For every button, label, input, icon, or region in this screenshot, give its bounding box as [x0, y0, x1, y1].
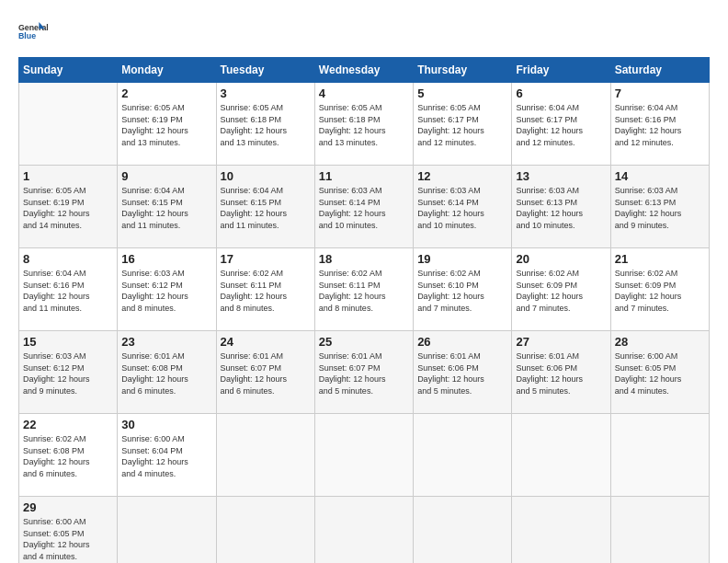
calendar-cell: [414, 414, 512, 497]
calendar-cell: [314, 414, 413, 497]
calendar-week-1: 2Sunrise: 6:05 AM Sunset: 6:19 PM Daylig…: [19, 83, 710, 166]
calendar-cell: 6Sunrise: 6:04 AM Sunset: 6:17 PM Daylig…: [512, 83, 610, 166]
calendar-cell: 20Sunrise: 6:02 AM Sunset: 6:09 PM Dayli…: [512, 248, 610, 331]
day-info: Sunrise: 6:04 AM Sunset: 6:16 PM Dayligh…: [615, 102, 705, 148]
page-header: GeneralBlue: [18, 18, 710, 48]
day-number: 21: [615, 252, 705, 266]
logo: GeneralBlue: [18, 18, 48, 48]
calendar-week-2: 1Sunrise: 6:05 AM Sunset: 6:19 PM Daylig…: [19, 166, 710, 248]
calendar-cell: 15Sunrise: 6:03 AM Sunset: 6:12 PM Dayli…: [19, 331, 118, 414]
calendar-cell: [414, 497, 512, 564]
day-info: Sunrise: 6:03 AM Sunset: 6:13 PM Dayligh…: [516, 185, 606, 231]
calendar-cell: 21Sunrise: 6:02 AM Sunset: 6:09 PM Dayli…: [610, 248, 709, 331]
day-number: 5: [417, 86, 507, 100]
day-number: 6: [516, 86, 606, 100]
day-info: Sunrise: 6:03 AM Sunset: 6:14 PM Dayligh…: [319, 185, 409, 231]
svg-text:Blue: Blue: [18, 31, 36, 40]
day-number: 8: [23, 252, 113, 266]
day-number: 20: [516, 252, 606, 266]
calendar-cell: 14Sunrise: 6:03 AM Sunset: 6:13 PM Dayli…: [610, 166, 709, 248]
day-info: Sunrise: 6:02 AM Sunset: 6:10 PM Dayligh…: [417, 268, 507, 314]
weekday-header-saturday: Saturday: [610, 58, 709, 83]
day-number: 24: [221, 335, 311, 349]
calendar-week-5: 22Sunrise: 6:02 AM Sunset: 6:08 PM Dayli…: [19, 414, 710, 497]
day-number: 17: [221, 252, 311, 266]
day-info: Sunrise: 6:05 AM Sunset: 6:17 PM Dayligh…: [417, 102, 507, 148]
calendar-cell: [314, 497, 413, 564]
day-info: Sunrise: 6:01 AM Sunset: 6:06 PM Dayligh…: [417, 350, 507, 396]
calendar-cell: 4Sunrise: 6:05 AM Sunset: 6:18 PM Daylig…: [314, 83, 413, 166]
day-info: Sunrise: 6:03 AM Sunset: 6:12 PM Dayligh…: [23, 350, 113, 396]
calendar-cell: 7Sunrise: 6:04 AM Sunset: 6:16 PM Daylig…: [610, 83, 709, 166]
day-number: 19: [417, 252, 507, 266]
calendar-cell: 2Sunrise: 6:05 AM Sunset: 6:19 PM Daylig…: [118, 83, 216, 166]
day-info: Sunrise: 6:03 AM Sunset: 6:14 PM Dayligh…: [417, 185, 507, 231]
day-number: 25: [319, 335, 409, 349]
day-info: Sunrise: 6:00 AM Sunset: 6:05 PM Dayligh…: [23, 516, 113, 562]
day-info: Sunrise: 6:02 AM Sunset: 6:11 PM Dayligh…: [221, 268, 311, 314]
calendar-cell: 25Sunrise: 6:01 AM Sunset: 6:07 PM Dayli…: [314, 331, 413, 414]
calendar-cell: 1Sunrise: 6:05 AM Sunset: 6:19 PM Daylig…: [19, 166, 118, 248]
day-number: 2: [121, 86, 211, 100]
logo-icon: GeneralBlue: [18, 18, 48, 48]
day-number: 16: [121, 252, 211, 266]
calendar-cell: [512, 497, 610, 564]
day-number: 28: [615, 335, 705, 349]
calendar-cell: 24Sunrise: 6:01 AM Sunset: 6:07 PM Dayli…: [216, 331, 314, 414]
calendar-cell: [216, 414, 314, 497]
day-number: 26: [417, 335, 507, 349]
calendar-table: SundayMondayTuesdayWednesdayThursdayFrid…: [18, 57, 710, 563]
day-info: Sunrise: 6:03 AM Sunset: 6:13 PM Dayligh…: [615, 185, 705, 231]
calendar-cell: 17Sunrise: 6:02 AM Sunset: 6:11 PM Dayli…: [216, 248, 314, 331]
day-info: Sunrise: 6:04 AM Sunset: 6:17 PM Dayligh…: [516, 102, 606, 148]
calendar-cell: 16Sunrise: 6:03 AM Sunset: 6:12 PM Dayli…: [118, 248, 216, 331]
calendar-cell: 18Sunrise: 6:02 AM Sunset: 6:11 PM Dayli…: [314, 248, 413, 331]
day-info: Sunrise: 6:02 AM Sunset: 6:09 PM Dayligh…: [516, 268, 606, 314]
weekday-header-friday: Friday: [512, 58, 610, 83]
day-info: Sunrise: 6:02 AM Sunset: 6:08 PM Dayligh…: [23, 433, 113, 479]
calendar-cell: 26Sunrise: 6:01 AM Sunset: 6:06 PM Dayli…: [414, 331, 512, 414]
calendar-cell: 12Sunrise: 6:03 AM Sunset: 6:14 PM Dayli…: [414, 166, 512, 248]
calendar-cell: [610, 497, 709, 564]
calendar-cell: 13Sunrise: 6:03 AM Sunset: 6:13 PM Dayli…: [512, 166, 610, 248]
calendar-cell: 23Sunrise: 6:01 AM Sunset: 6:08 PM Dayli…: [118, 331, 216, 414]
day-info: Sunrise: 6:04 AM Sunset: 6:15 PM Dayligh…: [221, 185, 311, 231]
day-number: 10: [221, 169, 311, 183]
day-info: Sunrise: 6:01 AM Sunset: 6:06 PM Dayligh…: [516, 350, 606, 396]
weekday-header-monday: Monday: [118, 58, 216, 83]
day-number: 15: [23, 335, 113, 349]
calendar-cell: 27Sunrise: 6:01 AM Sunset: 6:06 PM Dayli…: [512, 331, 610, 414]
day-info: Sunrise: 6:04 AM Sunset: 6:15 PM Dayligh…: [121, 185, 211, 231]
day-info: Sunrise: 6:04 AM Sunset: 6:16 PM Dayligh…: [23, 268, 113, 314]
calendar-cell: 19Sunrise: 6:02 AM Sunset: 6:10 PM Dayli…: [414, 248, 512, 331]
day-number: 11: [319, 169, 409, 183]
day-number: 4: [319, 86, 409, 100]
calendar-cell: 28Sunrise: 6:00 AM Sunset: 6:05 PM Dayli…: [610, 331, 709, 414]
calendar-cell: [512, 414, 610, 497]
calendar-cell: [118, 497, 216, 564]
calendar-cell: [19, 83, 118, 166]
calendar-cell: 9Sunrise: 6:04 AM Sunset: 6:15 PM Daylig…: [118, 166, 216, 248]
day-info: Sunrise: 6:01 AM Sunset: 6:08 PM Dayligh…: [121, 350, 211, 396]
calendar-cell: 10Sunrise: 6:04 AM Sunset: 6:15 PM Dayli…: [216, 166, 314, 248]
day-number: 23: [121, 335, 211, 349]
day-number: 3: [221, 86, 311, 100]
calendar-cell: 29Sunrise: 6:00 AM Sunset: 6:05 PM Dayli…: [19, 497, 118, 564]
weekday-header-sunday: Sunday: [19, 58, 118, 83]
day-number: 14: [615, 169, 705, 183]
day-info: Sunrise: 6:03 AM Sunset: 6:12 PM Dayligh…: [121, 268, 211, 314]
calendar-week-3: 8Sunrise: 6:04 AM Sunset: 6:16 PM Daylig…: [19, 248, 710, 331]
day-number: 12: [417, 169, 507, 183]
day-info: Sunrise: 6:05 AM Sunset: 6:18 PM Dayligh…: [221, 102, 311, 148]
calendar-header-row: SundayMondayTuesdayWednesdayThursdayFrid…: [19, 58, 710, 83]
day-number: 1: [23, 169, 113, 183]
calendar-cell: [610, 414, 709, 497]
day-info: Sunrise: 6:05 AM Sunset: 6:18 PM Dayligh…: [319, 102, 409, 148]
day-number: 18: [319, 252, 409, 266]
calendar-cell: 8Sunrise: 6:04 AM Sunset: 6:16 PM Daylig…: [19, 248, 118, 331]
calendar-cell: 3Sunrise: 6:05 AM Sunset: 6:18 PM Daylig…: [216, 83, 314, 166]
weekday-header-tuesday: Tuesday: [216, 58, 314, 83]
calendar-cell: 11Sunrise: 6:03 AM Sunset: 6:14 PM Dayli…: [314, 166, 413, 248]
calendar-week-6: 29Sunrise: 6:00 AM Sunset: 6:05 PM Dayli…: [19, 497, 710, 564]
day-number: 30: [121, 418, 211, 431]
